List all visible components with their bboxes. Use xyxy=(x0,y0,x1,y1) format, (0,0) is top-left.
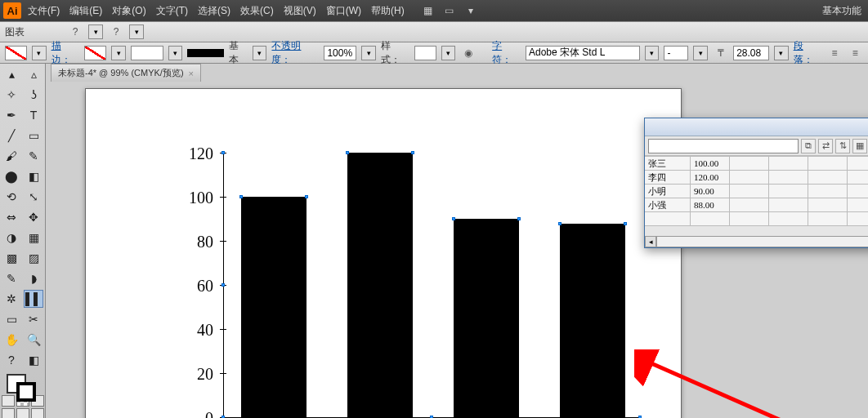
selection-handle[interactable] xyxy=(558,222,562,225)
direct-selection-tool[interactable]: ▵ xyxy=(24,65,43,83)
grid-cell[interactable] xyxy=(808,212,848,226)
help2-icon[interactable]: ? xyxy=(108,24,124,40)
stroke-swatch[interactable] xyxy=(84,46,106,60)
help2-dropdown[interactable]: ▾ xyxy=(129,24,144,39)
grid-cell[interactable] xyxy=(848,171,868,185)
grid-cell[interactable] xyxy=(848,185,868,198)
grid-cell[interactable] xyxy=(808,157,848,171)
grid-cell[interactable] xyxy=(730,171,769,185)
line-tool[interactable]: ╱ xyxy=(2,127,21,145)
document-tab-close[interactable]: × xyxy=(189,69,194,78)
type-tool[interactable]: T xyxy=(24,106,43,124)
font-weight-dropdown[interactable]: ▾ xyxy=(693,46,707,60)
paragraph-label[interactable]: 段落： xyxy=(794,39,822,67)
artboard[interactable]: 0 20 40 60 80 100 120 xyxy=(85,88,682,418)
font-size-field[interactable]: 28.08 xyxy=(733,46,769,60)
pen-tool[interactable]: ✒ xyxy=(2,106,21,124)
grid-cell[interactable] xyxy=(808,185,848,198)
opacity-field[interactable]: 100% xyxy=(324,46,356,60)
cell-style-icon[interactable]: ▦ xyxy=(852,139,867,153)
graph-data-panel[interactable]: ✕ ⧉ ⇄ ⇅ ▦ ↺ ✓ 张三 100.00 李四 120.00 小明 90.… xyxy=(644,118,868,248)
grid-cell[interactable] xyxy=(848,157,868,171)
bar-4[interactable] xyxy=(560,224,625,417)
fill-dropdown[interactable]: ▾ xyxy=(32,46,46,60)
lasso-tool[interactable]: ʖ xyxy=(24,86,43,104)
stroke-profile[interactable] xyxy=(187,49,223,57)
grid-cell[interactable] xyxy=(730,212,769,226)
column-graph-tool[interactable]: ▌▌ xyxy=(24,290,43,308)
gradient-tool[interactable]: ▨ xyxy=(24,249,43,267)
artboard-tool[interactable]: ▭ xyxy=(2,310,21,328)
menu-effect[interactable]: 效果(C) xyxy=(240,4,274,18)
menu-help[interactable]: 帮助(H) xyxy=(371,4,405,18)
recolor-icon[interactable]: ◉ xyxy=(460,45,476,61)
grid-cell[interactable] xyxy=(769,185,808,198)
align-center-icon[interactable]: ≡ xyxy=(848,45,863,61)
style-dropdown[interactable]: ▾ xyxy=(441,46,455,60)
workspace-switcher[interactable]: 基本功能 xyxy=(822,4,861,18)
selection-handle[interactable] xyxy=(517,217,521,220)
bar-3[interactable] xyxy=(454,219,519,417)
grid-cell[interactable] xyxy=(730,198,769,212)
fill-stroke-control[interactable] xyxy=(7,374,39,392)
color-mode[interactable] xyxy=(2,395,15,407)
selection-handle[interactable] xyxy=(305,195,308,198)
bar-chart[interactable]: 0 20 40 60 80 100 120 xyxy=(174,153,632,418)
blob-brush-tool[interactable]: ⬤ xyxy=(2,167,21,185)
symbol-sprayer-tool[interactable]: ✲ xyxy=(2,290,21,308)
selection-tool[interactable]: ▴ xyxy=(2,65,21,83)
magic-wand-tool[interactable]: ✧ xyxy=(2,86,21,104)
selection-handle[interactable] xyxy=(239,195,243,198)
grid-cell[interactable] xyxy=(769,198,808,212)
font-family-field[interactable]: Adobe 宋体 Std L xyxy=(526,46,640,60)
align-left-icon[interactable]: ≡ xyxy=(826,45,842,61)
selection-handle[interactable] xyxy=(624,222,627,225)
data-grid[interactable]: 张三 100.00 李四 120.00 小明 90.00 小强 88.00 xyxy=(645,156,868,226)
import-icon[interactable]: ⧉ xyxy=(801,139,816,153)
width-tool[interactable]: ⇔ xyxy=(2,208,21,226)
stroke-dropdown[interactable]: ▾ xyxy=(111,46,125,60)
shape-builder-tool[interactable]: ◑ xyxy=(2,229,21,247)
character-label[interactable]: 字符： xyxy=(492,39,521,67)
grid-cell[interactable] xyxy=(848,198,868,212)
help-tool[interactable]: ? xyxy=(2,351,21,369)
grid-cell-name[interactable]: 小明 xyxy=(645,185,691,198)
menu-window[interactable]: 窗口(W) xyxy=(326,4,361,18)
rectangle-tool[interactable]: ▭ xyxy=(24,127,43,145)
arrange-icon[interactable]: ▭ xyxy=(442,3,457,18)
menu-object[interactable]: 对象(O) xyxy=(112,4,145,18)
transpose-icon[interactable]: ⇄ xyxy=(818,139,833,153)
help-dropdown[interactable]: ▾ xyxy=(88,24,103,39)
blend-tool[interactable]: ◗ xyxy=(24,269,43,287)
paintbrush-tool[interactable]: 🖌 xyxy=(2,147,21,165)
grid-cell-name[interactable]: 李四 xyxy=(645,171,691,185)
arrange-dropdown-icon[interactable]: ▾ xyxy=(463,3,478,18)
font-weight-field[interactable]: - xyxy=(664,46,688,60)
eraser-tool[interactable]: ◧ xyxy=(24,167,43,185)
grid-cell-value[interactable]: 88.00 xyxy=(691,198,730,212)
stroke-label[interactable]: 描边： xyxy=(51,39,80,67)
opacity-label[interactable]: 不透明度： xyxy=(271,39,319,67)
screen-mode-normal[interactable] xyxy=(2,408,15,418)
slice-tool[interactable]: ✂ xyxy=(24,310,43,328)
grid-cell[interactable] xyxy=(808,171,848,185)
scroll-left-icon[interactable]: ◂ xyxy=(645,236,656,247)
panel-titlebar[interactable]: ✕ xyxy=(645,118,868,136)
selection-handle[interactable] xyxy=(452,217,455,220)
pencil-tool[interactable]: ✎ xyxy=(24,147,43,165)
bar-1[interactable] xyxy=(241,197,306,417)
bar-2[interactable] xyxy=(347,153,413,417)
mesh-tool[interactable]: ▩ xyxy=(2,249,21,267)
cell-input[interactable] xyxy=(648,139,799,153)
grid-cell-value[interactable]: 100.00 xyxy=(691,157,730,171)
grid-cell[interactable] xyxy=(769,212,808,226)
grid-cell-name[interactable]: 张三 xyxy=(645,157,691,171)
menu-view[interactable]: 视图(V) xyxy=(284,4,316,18)
grid-cell-name[interactable]: 小强 xyxy=(645,198,691,212)
stroke-profile-dropdown[interactable]: ▾ xyxy=(253,46,266,60)
panel-scrollbar[interactable]: ◂ ▸ xyxy=(645,236,868,247)
hand-tool[interactable]: ✋ xyxy=(2,331,21,349)
grid-cell-value[interactable]: 120.00 xyxy=(691,171,730,185)
grid-cell-value[interactable]: 90.00 xyxy=(691,185,730,198)
font-size-dropdown[interactable]: ▾ xyxy=(774,46,788,60)
